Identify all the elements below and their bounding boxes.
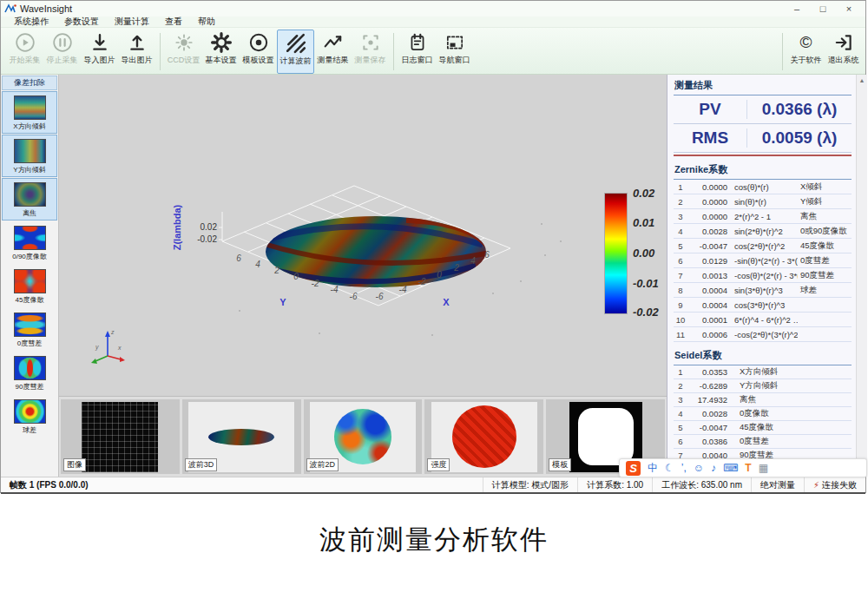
start-capture-button[interactable]: 开始采集 [6,30,43,74]
stop-capture-button[interactable]: 停止采集 [43,30,81,74]
rms-label: RMS [674,128,747,148]
thumbnail-label: 强度 [427,458,450,471]
toolbox-icon[interactable]: ▦ [759,459,768,477]
toolbar-spacer [473,30,778,74]
exit-button[interactable]: 退出系统 [825,30,862,74]
seidel-row[interactable]: 10.0353X方向倾斜 [674,365,852,379]
svg-text:y: y [95,344,99,351]
titlebar: WaveInsight – □ × [1,1,865,16]
pv-value: 0.0366 (λ) [747,100,852,119]
zernike-row[interactable]: 20.0000sin(θ)*(r)Y倾斜 [674,194,852,209]
thumbnail-wavefront-2d[interactable]: 波前2D [304,399,423,474]
emoji-icon[interactable]: ☺ [694,459,704,477]
copyright-icon: © [787,30,825,55]
thumbnail-label: 模板 [549,458,571,471]
template-settings-button[interactable]: 模板设置 [240,30,277,74]
sidebar-item-coma-0[interactable]: 0度彗差 [2,308,57,351]
spherical-thumbnail [14,399,46,424]
toolbar: 开始采集 停止采集 导入图片 导出图片 CCD设置 基本设置 模板设置 [1,28,865,75]
disconnected-icon: ⚡ [813,480,819,490]
log-window-button[interactable]: 日志窗口 [398,30,436,74]
zernike-row[interactable]: 110.0006-cos(2*θ)*(3*(r)^2 … [674,327,852,342]
thumbnail-label: 波前3D [185,458,218,471]
panel-scrollbar[interactable]: ▲ ▼ [856,75,867,477]
zernike-row[interactable]: 100.00016*(r)^4 - 6*(r)^2 … [674,313,852,327]
menu-parameters[interactable]: 参数设置 [56,16,107,28]
import-image-button[interactable]: 导入图片 [81,30,118,74]
sidebar-item-coma-90[interactable]: 90度彗差 [2,352,57,394]
thumbnail-intensity[interactable]: 强度 [424,399,543,474]
export-image-button[interactable]: 导出图片 [118,30,155,74]
menu-system[interactable]: 系统操作 [6,16,56,28]
status-wavelength: 工作波长: 635.00 nm [652,477,751,492]
keyboard-icon[interactable]: ⌨ [723,459,738,477]
seidel-header: Seidel系数 [674,347,852,365]
astig-45-thumbnail [14,269,46,293]
punctuation-icon[interactable]: ’, [681,459,687,477]
sidebar-item-astig-45[interactable]: 45度像散 [2,265,57,307]
window-title: WaveInsight [20,3,784,14]
sogou-logo-icon[interactable]: S [626,461,641,476]
voice-input-icon[interactable]: ♪ [711,459,716,477]
sidebar-item-defocus[interactable]: 离焦 [2,178,57,221]
app-window: WaveInsight – □ × 系统操作 参数设置 测量计算 查看 帮助 开… [0,0,866,493]
close-button[interactable]: × [836,3,862,14]
svg-text:x: x [117,345,122,351]
z-axis-label: Z(lambda) [172,204,182,250]
measurement-save-button[interactable]: 测量保存 [352,30,389,74]
zernike-row[interactable]: 60.0129-sin(θ)*(2*(r) - 3*(r…0度彗差 [674,253,852,268]
seidel-row[interactable]: 317.4932离焦 [674,393,852,407]
dashed-window-icon [436,30,473,55]
about-button[interactable]: © 关于软件 [787,30,825,74]
basic-settings-button[interactable]: 基本设置 [202,30,240,74]
x-tick: -4 [399,285,407,294]
moon-mode-icon[interactable]: ☾ [665,459,674,477]
gear-icon [202,30,240,55]
maximize-button[interactable]: □ [810,3,836,14]
chinese-mode-icon[interactable]: 中 [648,459,658,477]
menu-measure-compute[interactable]: 测量计算 [107,16,157,28]
nav-window-button[interactable]: 导航窗口 [436,30,473,74]
sidebar-item-x-tilt[interactable]: X方向倾斜 [2,91,57,134]
zernike-row[interactable]: 30.00002*(r)^2 - 1离焦 [674,209,852,224]
skin-icon[interactable]: T [745,459,751,477]
thumbnail-wavefront-3d[interactable]: 波前3D [182,399,301,474]
thumbnail-label: 波前2D [306,458,339,471]
exit-door-icon [825,30,862,55]
menu-view[interactable]: 查看 [157,16,190,28]
minimize-button[interactable]: – [784,3,810,14]
scroll-up-icon[interactable]: ▲ [857,75,867,86]
page-caption: 波前测量分析软件 [0,522,868,558]
zernike-row[interactable]: 80.0004sin(3*θ)*(r)^3球差 [674,283,852,298]
wavefront-3d-view[interactable]: 6 4 2 0 -2 -4 -6 -6 -4 -2 0 2 4 6 0.02 -… [59,75,667,396]
sidebar-item-spherical[interactable]: 球差 [2,395,57,438]
zernike-row[interactable]: 5-0.0047cos(2*θ)*(r)^245度像散 [674,239,852,253]
seidel-row[interactable]: 2-0.6289Y方向倾斜 [674,379,852,393]
sidebar-item-astig-0-90[interactable]: 0/90度像散 [2,221,57,264]
x-tick: -6 [376,292,384,301]
zernike-row[interactable]: 70.0013-cos(θ)*(2*(r) - 3*(…90度彗差 [674,268,852,283]
toolbar-separator [393,33,394,70]
thumbnail-camera-image[interactable]: 图像 [61,399,180,474]
seidel-row[interactable]: 5-0.004745度像散 [674,421,852,435]
zernike-row[interactable]: 10.0000cos(θ)*(r)X倾斜 [674,180,852,194]
seidel-row[interactable]: 60.03860度彗差 [674,435,852,449]
zernike-row[interactable]: 40.0028sin(2*θ)*(r)^20或90度像散 [674,224,852,239]
x-tick: 2 [453,263,459,273]
sidebar-item-y-tilt[interactable]: Y方向倾斜 [2,135,57,177]
toolbar-separator [160,33,161,70]
camera-image-preview [82,402,158,472]
play-icon [6,30,43,55]
window-bottom-edge [1,492,865,494]
orientation-triad-icon: z y x [91,329,125,364]
x-axis-label: X [443,297,450,307]
compute-wavefront-button[interactable]: 计算波前 [277,30,314,74]
measurement-result-button[interactable]: 测量结果 [314,30,352,74]
ccd-settings-button[interactable]: CCD设置 [165,30,202,74]
zernike-row[interactable]: 90.0004cos(3*θ)*(r)^3 [674,298,852,313]
menu-help[interactable]: 帮助 [190,16,223,28]
status-connection: ⚡ 连接失败 [804,477,865,492]
y-tick: -4 [331,285,339,294]
seidel-row[interactable]: 40.00280度像散 [674,407,852,421]
focus-brackets-icon [352,30,389,55]
